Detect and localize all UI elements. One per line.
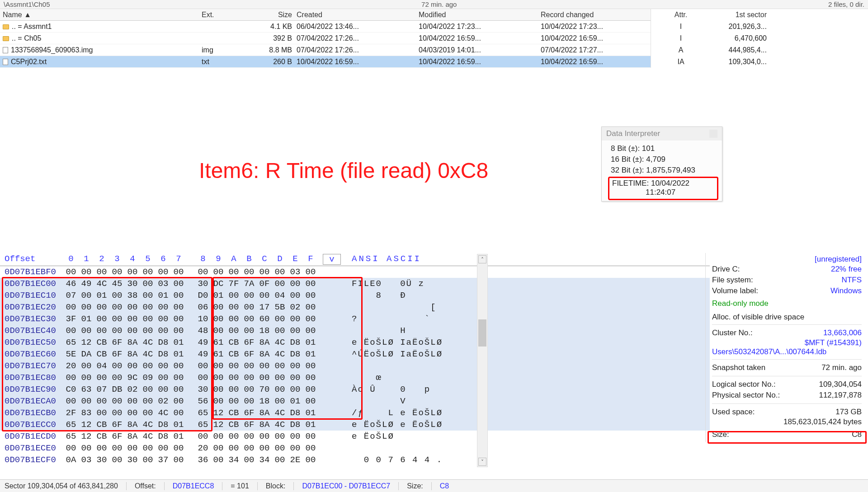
hex-byte[interactable]: 9C (125, 373, 140, 383)
hex-byte[interactable]: 00 (303, 279, 318, 289)
hex-byte[interactable]: 00 (140, 384, 156, 394)
hex-row[interactable]: 0D07B1EC303F0100000000000010000000600000… (0, 313, 710, 325)
hex-byte[interactable]: 00 (241, 384, 257, 394)
hex-byte[interactable]: D8 (288, 408, 303, 418)
hex-byte[interactable]: 00 (241, 314, 257, 324)
hex-byte[interactable]: CB (94, 420, 109, 430)
hex-byte[interactable]: 00 (63, 443, 79, 453)
hex-byte[interactable]: 00 (63, 373, 79, 383)
hex-byte[interactable]: 65 (63, 337, 79, 347)
hex-byte[interactable]: 00 (211, 396, 226, 406)
hex-byte[interactable]: 00 (257, 267, 272, 277)
hex-byte[interactable]: 00 (140, 443, 156, 453)
hex-byte[interactable]: 65 (195, 408, 211, 418)
hex-byte[interactable]: 00 (195, 361, 211, 371)
hex-byte[interactable]: 00 (156, 384, 171, 394)
hex-byte[interactable]: 01 (171, 431, 186, 441)
hex-byte[interactable]: 00 (63, 396, 79, 406)
hex-byte[interactable]: 07 (63, 291, 79, 300)
hex-byte[interactable]: 00 (257, 431, 272, 441)
chevron-up-icon[interactable]: ˄ (478, 255, 486, 263)
hex-byte[interactable]: 4C (140, 420, 156, 430)
hex-byte[interactable]: CB (226, 420, 241, 430)
hex-byte[interactable]: 00 (303, 384, 318, 394)
hex-byte[interactable]: 6F (241, 408, 257, 418)
hex-byte[interactable]: 00 (257, 373, 272, 383)
hex-byte[interactable]: 30 (195, 384, 211, 394)
hex-byte[interactable]: 00 (94, 443, 109, 453)
hex-byte[interactable]: 00 (171, 408, 186, 418)
hex-byte[interactable]: 00 (79, 373, 94, 383)
hex-byte[interactable]: 00 (171, 384, 186, 394)
hex-byte[interactable]: 00 (303, 443, 318, 453)
hex-body[interactable]: 0D07B1EBF0000000000000000000000000000003… (0, 266, 710, 466)
hex-byte[interactable]: 00 (171, 302, 186, 312)
hex-byte[interactable]: 4C (140, 431, 156, 441)
col-ext[interactable]: Ext. (202, 11, 256, 19)
table-row[interactable]: .. = Assmnt14.1 KB06/04/2022 13:46...10/… (0, 21, 651, 33)
hex-byte[interactable]: 5E (63, 349, 79, 359)
hex-row[interactable]: 0D07B1EC605EDACB6F8A4CD8014961CB6F8A4CD8… (0, 348, 710, 360)
hex-byte[interactable]: 00 (195, 373, 211, 383)
hex-byte[interactable]: 01 (288, 396, 303, 406)
hex-byte[interactable]: 4C (272, 420, 288, 430)
hex-byte[interactable]: 00 (241, 302, 257, 312)
hex-byte[interactable]: 00 (226, 443, 241, 453)
hex-byte[interactable]: 09 (140, 373, 156, 383)
hex-byte[interactable]: 6F (109, 349, 125, 359)
hex-byte[interactable]: 7A (241, 279, 257, 289)
hex-byte[interactable]: 30 (195, 279, 211, 289)
hex-byte[interactable]: 00 (109, 267, 125, 277)
hex-byte[interactable]: CB (94, 337, 109, 347)
hex-byte[interactable]: 00 (140, 396, 156, 406)
hex-byte[interactable]: 00 (94, 267, 109, 277)
hex-byte[interactable]: 00 (241, 431, 257, 441)
hex-byte[interactable]: 07 (94, 384, 109, 394)
hex-byte[interactable]: DA (79, 349, 94, 359)
hex-byte[interactable]: 00 (63, 302, 79, 312)
col-created[interactable]: Created (297, 11, 419, 19)
hex-byte[interactable]: 00 (211, 384, 226, 394)
hex-byte[interactable]: 01 (171, 349, 186, 359)
hex-byte[interactable]: 56 (195, 396, 211, 406)
hex-byte[interactable]: 00 (171, 396, 186, 406)
hex-byte[interactable]: 00 (125, 443, 140, 453)
hex-byte[interactable]: 0F (257, 279, 272, 289)
hex-byte[interactable]: 00 (156, 443, 171, 453)
hex-row[interactable]: 0D07B1EC100700010038000100D0010000000400… (0, 290, 710, 301)
hex-byte[interactable]: D8 (156, 420, 171, 430)
hex-byte[interactable]: 12 (79, 431, 94, 441)
hex-byte[interactable]: 00 (211, 314, 226, 324)
hex-row[interactable]: 0D07B1EC70200004000000000000000000000000… (0, 360, 710, 372)
data-interpreter-title[interactable]: Data Interpreter (602, 127, 722, 141)
hex-byte[interactable]: 06 (195, 302, 211, 312)
hex-row[interactable]: 0D07B1ECA0000000000000020056000000180001… (0, 395, 710, 407)
hex-byte[interactable]: 00 (156, 314, 171, 324)
hex-byte[interactable]: 38 (125, 291, 140, 300)
hex-byte[interactable]: 00 (211, 302, 226, 312)
hex-byte[interactable]: 01 (211, 291, 226, 300)
hex-byte[interactable]: 00 (226, 361, 241, 371)
hex-byte[interactable]: 00 (125, 396, 140, 406)
hex-byte[interactable]: 7F (226, 279, 241, 289)
hex-byte[interactable]: 00 (94, 396, 109, 406)
hex-byte[interactable]: 00 (272, 396, 288, 406)
hex-byte[interactable]: 00 (303, 291, 318, 300)
hex-byte[interactable]: 01 (303, 349, 318, 359)
hex-byte[interactable]: 00 (226, 431, 241, 441)
hex-byte[interactable]: 01 (303, 420, 318, 430)
hex-byte[interactable]: 00 (272, 431, 288, 441)
table-row[interactable]: .. = Ch05392 B07/04/2022 17:26...10/04/2… (0, 33, 651, 44)
hex-byte[interactable]: 03 (288, 267, 303, 277)
hex-byte[interactable]: 00 (303, 455, 318, 465)
hex-byte[interactable]: 6F (241, 420, 257, 430)
table-row[interactable]: C5Prj02.txttxt260 B10/04/2022 16:59...10… (0, 56, 651, 68)
hex-byte[interactable]: 00 (125, 314, 140, 324)
hex-byte[interactable]: 00 (241, 455, 257, 465)
hex-byte[interactable]: 00 (156, 373, 171, 383)
hex-byte[interactable]: 00 (257, 443, 272, 453)
hex-byte[interactable]: 01 (156, 291, 171, 300)
hex-byte[interactable]: 00 (241, 326, 257, 336)
hex-byte[interactable]: 00 (109, 302, 125, 312)
hex-row[interactable]: 0D07B1EC0046494C453000030030DC7F7A0F0000… (0, 278, 710, 290)
